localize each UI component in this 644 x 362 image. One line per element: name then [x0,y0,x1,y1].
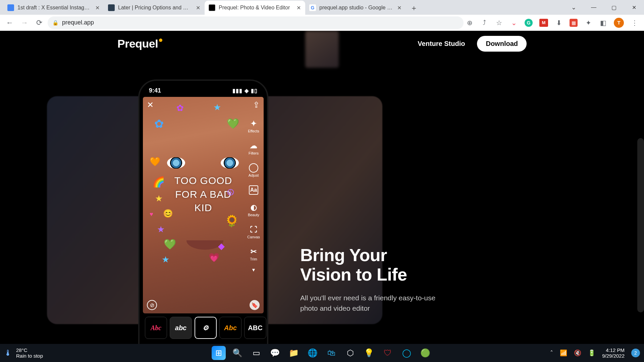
download-button[interactable]: Download [477,36,527,52]
sticker-rainbow-icon[interactable]: 🌈 [152,176,165,188]
share-icon[interactable]: ⤴ [480,19,488,27]
tool-effects[interactable]: ✦Effects [246,119,261,133]
sticker-star-icon[interactable]: ★ [162,254,169,265]
tool-label: Canvas [247,235,260,239]
close-window-button[interactable]: ✕ [624,1,644,14]
tool-label: Trim [250,257,257,261]
taskbar-chrome[interactable]: 🟢 [418,346,432,360]
sticker-star-icon[interactable]: ★ [157,224,165,235]
share-editor-icon[interactable]: ⇪ [253,100,260,110]
taskbar-app[interactable]: ⬡ [343,346,357,360]
sticker-star-icon[interactable]: ★ [155,193,163,204]
start-button[interactable]: ⊞ [212,346,226,360]
close-icon[interactable]: ✕ [195,5,201,11]
tool-text[interactable]: Aa [246,185,261,195]
tool-label: Effects [248,129,259,133]
taskbar-edge[interactable]: 🌐 [306,346,320,360]
text-style-option[interactable]: abc [170,317,192,339]
windows-taskbar: 🌡 28°C Rain to stop ⊞ 🔍 ▭ 💬 📁 🌐 🛍 ⬡ 💡 🛡 … [0,344,644,362]
taskbar-taskview[interactable]: ▭ [249,346,263,360]
battery-tray-icon[interactable]: 🔋 [588,349,595,357]
extensions-icon[interactable]: ✦ [584,19,592,27]
forward-button[interactable]: → [18,16,31,29]
sticker-heart-icon[interactable]: 🧡 [150,157,160,167]
none-effect-icon[interactable]: ⊘ [147,300,157,310]
tab-search-button[interactable]: ⌄ [564,1,584,14]
prequel-logo[interactable]: Prequel [117,37,162,50]
tray-chevron-icon[interactable]: ˄ [550,349,553,357]
logo-text: Prequel [117,37,158,50]
taskbar-store[interactable]: 🛍 [324,346,338,360]
taskbar-tips[interactable]: 💡 [362,346,376,360]
sticker-flower-icon[interactable]: ✿ [176,103,184,113]
omnibox[interactable]: 🔒 prequel.app [48,16,464,29]
minimize-button[interactable]: ― [584,1,604,14]
signal-icon: ▮▮▮ [232,87,243,94]
taskbar-clock[interactable]: 4:12 PM 9/29/2022 [602,347,625,359]
sticker-gem-icon[interactable]: ◆ [218,241,225,251]
tab-prequel[interactable]: Prequel: Photo & Video Editor ✕ [205,1,305,15]
taskbar-explorer[interactable]: 📁 [287,346,301,360]
download-icon[interactable]: ⬇ [555,19,563,27]
nav-venture-studio[interactable]: Venture Studio [418,40,465,48]
url-text: prequel.app [62,19,94,26]
photo-canvas[interactable]: ✕ ⇪ TOO GOOD FOR A BAD KID ✦Effects ☁Fil… [143,97,264,313]
tools-more-icon[interactable]: ▼ [251,267,256,273]
profile-avatar[interactable]: T [614,18,624,28]
tool-trim[interactable]: ✂Trim [246,247,261,261]
wifi-tray-icon[interactable]: 📶 [560,349,567,357]
taskbar-weather[interactable]: 🌡 28°C Rain to stop [4,347,43,359]
text-style-option[interactable]: ABC [244,317,266,339]
gmail-icon[interactable]: M [539,19,548,27]
sidepanel-icon[interactable]: ◧ [599,19,607,27]
bookmark-effect-icon[interactable]: 🔖 [250,300,260,310]
tab-later[interactable]: Later | Pricing Options and Subsc ✕ [104,1,205,15]
reload-button[interactable]: ⟳ [33,16,46,29]
taskbar-alexa[interactable]: ◯ [399,346,414,360]
text-style-option[interactable]: Abc [145,317,167,339]
taskbar-teams[interactable]: 💬 [268,346,282,360]
category-row: Y CUTOUT CUTE QUIRKY HORROR HOLIDAYS [143,338,264,344]
back-button[interactable]: ← [3,16,16,29]
tool-adjust[interactable]: Adjust [246,163,261,177]
zoom-icon[interactable]: ⊕ [466,19,474,27]
close-icon[interactable]: ✕ [296,5,301,11]
new-tab-button[interactable]: ＋ [408,2,420,14]
close-icon[interactable]: ✕ [95,5,100,11]
kebab-menu-icon[interactable]: ⋮ [631,19,639,27]
sticker-heart-icon[interactable]: 💚 [227,118,239,129]
tab-title: 1st draft : X Essential Instagram M [17,5,91,11]
taskbar-search[interactable]: 🔍 [230,346,245,360]
tab-google-search[interactable]: prequel.app studio - Google Sear ✕ [305,1,406,15]
volume-tray-icon[interactable]: 🔇 [574,349,581,357]
header-nav: Venture Studio Download [418,36,527,52]
tool-label: Beauty [248,213,259,217]
tool-canvas[interactable]: ⛶Canvas [246,225,261,239]
sticker-star-icon[interactable]: ★ [213,102,221,113]
page-scrollbar[interactable] [637,138,644,312]
sticker-heart-icon[interactable]: ♥ [150,211,153,218]
tool-beauty[interactable]: ◐Beauty [246,203,261,217]
face-eye [221,157,239,169]
sticker-flower-smile-icon[interactable]: ✿ [154,117,164,130]
address-bar: ← → ⟳ 🔒 prequel.app ⊕ ⤴ ☆ ⌄ G M ⬇ ▦ ✦ ◧ … [0,15,644,31]
sticker-sunflower-icon[interactable]: 🌻 [225,214,239,228]
maximize-button[interactable]: ▢ [604,1,624,14]
notification-badge[interactable]: 2 [631,349,640,357]
grammarly-icon[interactable]: G [525,19,533,27]
tool-filters[interactable]: ☁Filters [246,141,261,155]
close-editor-icon[interactable]: ✕ [147,100,154,110]
pocket-icon[interactable]: ⌄ [510,19,518,27]
sticker-smile-icon[interactable]: 😊 [163,209,173,218]
taskbar-mcafee[interactable]: 🛡 [381,346,395,360]
todoist-icon[interactable]: ▦ [570,19,578,27]
tab-docs[interactable]: 1st draft : X Essential Instagram M ✕ [3,1,104,15]
bookmark-star-icon[interactable]: ☆ [495,19,503,27]
close-icon[interactable]: ✕ [396,5,402,11]
sticker-heart-icon[interactable]: 💗 [209,252,219,263]
text-style-option[interactable]: Abc [219,317,241,339]
sticker-peace-icon[interactable]: ☮ [227,187,234,198]
sticker-heart-icon[interactable]: 💚 [164,238,176,250]
clock-date: 9/29/2022 [602,353,625,359]
text-style-option-sliders[interactable]: ⚙ [195,317,217,339]
